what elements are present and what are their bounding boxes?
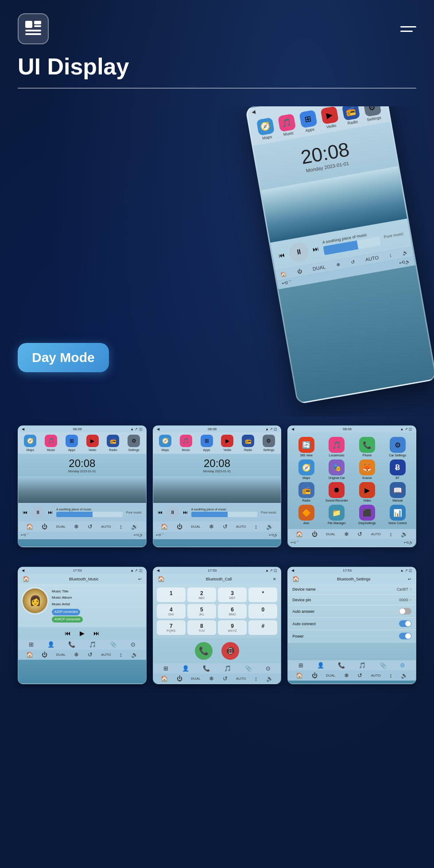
dialpad-3[interactable]: 3DEF [218,588,247,602]
app-phone: Phone [363,454,372,457]
sc2-music-text: A soothing piece of music [191,508,258,511]
app-kuwoo: Kuwoo [362,476,372,479]
bt-music-track: Music Title [52,588,83,595]
bt-badge-a2dp: A2DP connected [52,609,80,615]
logo-icon [18,13,49,44]
dial-answer-button[interactable]: 📞 [195,642,213,660]
sc3-time-top: 08:06 [343,427,352,431]
bt-music-time-top: 17:53 [73,568,82,572]
sc2-time: 20:08 [157,457,278,470]
bt-music-album: Music Album [52,595,83,601]
app-soundrecorder: Sound Recorder [326,499,348,502]
setting-device-pin: Device pin 0000 › [288,595,416,605]
dialpad-star[interactable]: * [248,588,277,602]
svg-rect-2 [25,30,41,31]
dial-hangup-button[interactable]: 📵 [221,642,239,660]
bt-badge-avrcp: AVRCP connected [52,616,83,623]
setting-auto-connect[interactable]: Auto connect [288,618,416,630]
app-360view: 360 view [300,454,313,457]
app-originalcar: Original Car [329,476,345,479]
screenshots-grid-row1: ◀ 08:06 ▲ ↗ ◫ 🧭 Maps 🎵 Music ⊞ Apps ▶ Ve… [0,416,434,556]
bt-settings-time-top: 17:53 [343,568,352,572]
setting-device-name-label: Device name [292,587,316,592]
bt-call-time-top: 17:53 [208,568,217,572]
auto-connect-toggle[interactable] [399,620,411,627]
day-mode-badge: Day Mode [18,343,109,372]
screenshot-bt-music: ◀ 17:53 ▲ ↗ ◫ 🏠 Bluetooth_Music ↩ 👩 Musi… [18,567,147,684]
setting-device-pin-label: Device pin [292,598,311,602]
sc2-date: Monday 2023-01-01 [157,470,278,473]
app-filemanager: File Manager [328,522,346,525]
svg-rect-4 [34,25,41,27]
screenshots-grid-row2: ◀ 17:53 ▲ ↗ ◫ 🏠 Bluetooth_Music ↩ 👩 Musi… [0,558,434,693]
sc1-date: Monday 2023-01-01 [22,470,143,473]
app-voicecontrol: Voice Control [388,522,407,525]
dialpad-2[interactable]: 2ABC [187,588,216,602]
screenshot-music-1: ◀ 08:06 ▲ ↗ ◫ 🧭 Maps 🎵 Music ⊞ Apps ▶ Ve… [18,425,147,547]
auto-answer-toggle[interactable] [399,608,411,615]
sc1-time-top: 08:06 [73,427,82,431]
app-avin: Avin [303,522,310,525]
svg-rect-1 [34,21,41,24]
dialpad-hash[interactable]: # [248,620,277,635]
screenshot-bt-settings: ◀ 17:53 ▲ ↗ ◫ 🏠 Bluetooth_Settings ↩ Dev… [287,567,416,684]
setting-auto-answer[interactable]: Auto answer [288,605,416,618]
screenshot-music-2: ◀ 08:06 ▲ ↗ ◫ 🧭 Maps 🎵 Music ⊞ Apps ▶ Ve… [153,425,282,547]
app-video: Video [363,499,371,502]
dialpad-0[interactable]: 0- [248,604,277,619]
dialpad-8[interactable]: 8TUV [187,620,216,635]
svg-rect-3 [25,33,41,35]
app-radio: Radio [302,499,310,502]
screenshot-appgrid: ◀ 08:06 ▲ ↗ ◫ 🔄 360 view 🎵 Localmusic 📞 … [287,425,416,547]
setting-auto-connect-label: Auto connect [292,622,316,626]
power-toggle[interactable] [399,633,411,639]
sc2-time-top: 08:06 [208,427,217,431]
app-maps: Maps [302,476,310,479]
setting-power-label: Power [292,634,304,638]
dialpad-1[interactable]: 1 [157,588,186,602]
setting-device-pin-value: 0000 [399,598,408,602]
app-manual: Manual [392,499,403,502]
svg-rect-0 [25,21,32,28]
dialpad-6[interactable]: 6MNO [218,604,247,619]
app-dispsettings: DispSettings [358,522,376,525]
bt-music-title: Bluetooth_Music [69,577,99,581]
music-label: Pure music [384,231,404,239]
app-localmusic: Localmusic [329,454,345,457]
sc1-time: 20:08 [22,457,143,470]
main-device-mockup: ◀ 08:06 ▲ ↗ 🧭 Maps 🎵 Music ⊞ Apps [245,106,434,405]
bt-settings-title: Bluetooth_Settings [337,577,371,581]
dialpad-9[interactable]: 9WXYZ [218,620,247,635]
dialpad-5[interactable]: 5JKL [187,604,216,619]
dialpad-7[interactable]: 7PQRS [157,620,186,635]
menu-button[interactable] [400,26,416,32]
app-carsettings: Car Settings [389,454,406,457]
setting-device-name: Device name CarBT › [288,584,416,595]
dialpad-4[interactable]: 4GHI [157,604,186,619]
sc1-music-text: A soothing piece of music [56,508,123,511]
app-bt: BT [395,476,399,479]
setting-auto-answer-label: Auto answer [292,609,314,614]
screenshot-bt-call: ◀ 17:53 ▲ ↗ ◫ 🏠 Bluetooth_Call ✕ 1 2ABC … [153,567,282,684]
setting-device-name-value: CarBT [397,587,408,592]
header-divider [18,88,416,89]
page-title: UI Display [18,53,416,80]
bt-music-artist: Music Artist [52,601,83,607]
setting-power[interactable]: Power [288,630,416,642]
bt-call-title: Bluetooth_Call [206,577,232,581]
